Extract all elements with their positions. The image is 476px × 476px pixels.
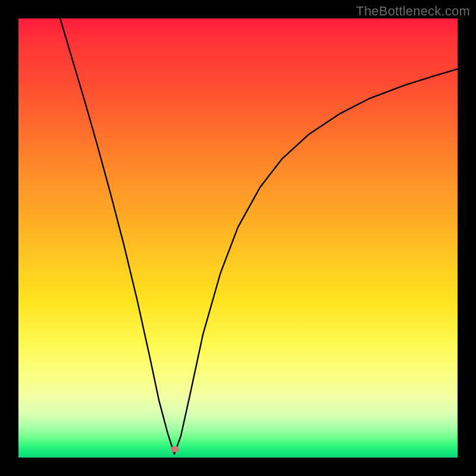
optimum-marker xyxy=(171,446,179,452)
bottleneck-curve xyxy=(60,18,458,454)
plot-area xyxy=(18,18,458,458)
chart-container: TheBottleneck.com xyxy=(0,0,476,476)
watermark-text: TheBottleneck.com xyxy=(356,4,470,19)
curve-layer xyxy=(18,18,458,458)
